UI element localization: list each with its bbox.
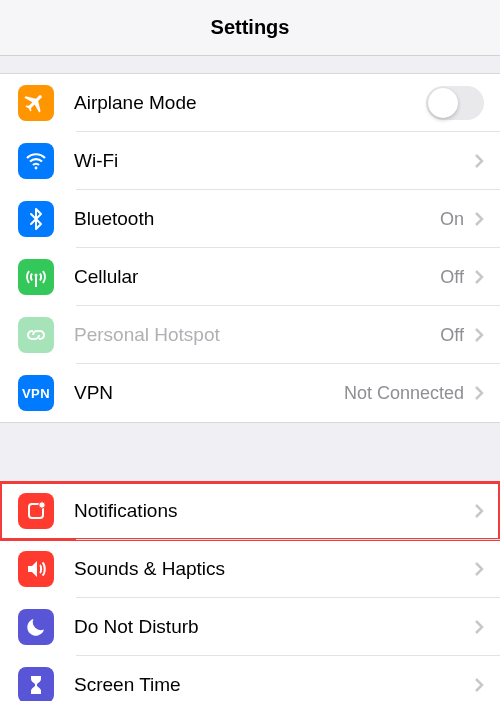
row-value: On [440, 209, 464, 230]
hourglass-icon [18, 667, 54, 701]
wifi-icon [18, 143, 54, 179]
row-value: Off [440, 325, 464, 346]
row-label: Notifications [74, 500, 474, 522]
chevron-right-icon [474, 619, 484, 635]
row-do-not-disturb[interactable]: Do Not Disturb [0, 598, 500, 656]
row-label: Cellular [74, 266, 440, 288]
antenna-icon [18, 259, 54, 295]
vpn-icon: VPN [18, 375, 54, 411]
row-vpn[interactable]: VPN VPN Not Connected [0, 364, 500, 422]
row-notifications[interactable]: Notifications [0, 482, 500, 540]
row-sounds-haptics[interactable]: Sounds & Haptics [0, 540, 500, 598]
row-label: Bluetooth [74, 208, 440, 230]
row-label: Airplane Mode [74, 92, 426, 114]
row-personal-hotspot[interactable]: Personal Hotspot Off [0, 306, 500, 364]
chevron-right-icon [474, 561, 484, 577]
row-label: Sounds & Haptics [74, 558, 474, 580]
section-gap [0, 56, 500, 74]
chevron-right-icon [474, 211, 484, 227]
row-bluetooth[interactable]: Bluetooth On [0, 190, 500, 248]
settings-header: Settings [0, 0, 500, 56]
svg-point-2 [35, 274, 38, 277]
airplane-toggle[interactable] [426, 86, 484, 120]
chevron-right-icon [474, 269, 484, 285]
bluetooth-icon [18, 201, 54, 237]
row-wifi[interactable]: Wi-Fi [0, 132, 500, 190]
row-value: Off [440, 267, 464, 288]
chevron-right-icon [474, 153, 484, 169]
settings-group-notifications: Notifications Sounds & Haptics Do Not Di… [0, 482, 500, 701]
row-airplane-mode[interactable]: Airplane Mode [0, 74, 500, 132]
row-cellular[interactable]: Cellular Off [0, 248, 500, 306]
row-label: Do Not Disturb [74, 616, 474, 638]
row-label: Screen Time [74, 674, 474, 696]
row-label: Personal Hotspot [74, 324, 440, 346]
row-label: VPN [74, 382, 344, 404]
notifications-icon [18, 493, 54, 529]
chevron-right-icon [474, 327, 484, 343]
chevron-right-icon [474, 385, 484, 401]
airplane-icon [18, 85, 54, 121]
row-value: Not Connected [344, 383, 464, 404]
page-title: Settings [211, 16, 290, 39]
settings-group-network: Airplane Mode Wi-Fi Bluetooth On Cellula… [0, 74, 500, 422]
section-gap [0, 422, 500, 482]
moon-icon [18, 609, 54, 645]
svg-point-4 [39, 502, 45, 508]
row-screen-time[interactable]: Screen Time [0, 656, 500, 701]
chevron-right-icon [474, 503, 484, 519]
svg-point-0 [35, 167, 38, 170]
chevron-right-icon [474, 677, 484, 693]
row-label: Wi-Fi [74, 150, 464, 172]
link-icon [18, 317, 54, 353]
speaker-icon [18, 551, 54, 587]
